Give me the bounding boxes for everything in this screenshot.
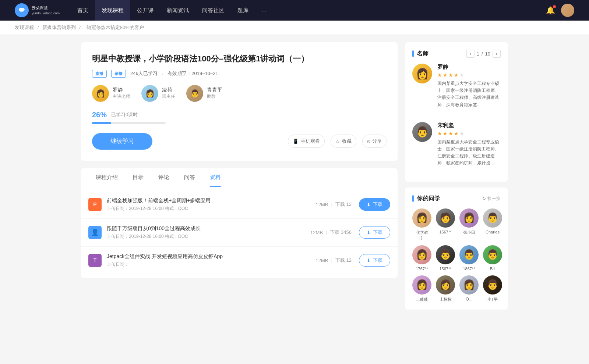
teacher-panel-2-name: 宋利坚 bbox=[437, 122, 501, 129]
classmate-12[interactable]: 👨 小T平 bbox=[483, 275, 502, 302]
share-icon: ⎋ bbox=[367, 139, 370, 144]
course-card: 明星中教授课，小学阶段语法100分–强化级第1讲动词（一） 直播 录播 246人… bbox=[81, 42, 398, 161]
phone-icon: 📱 bbox=[293, 139, 299, 144]
classmates-grid: 👩 化学教书... 🧑 1567** 👩 张小田 bbox=[412, 208, 501, 302]
download-btn-2[interactable]: ⬇ 下载 bbox=[359, 226, 390, 239]
collect-icon: ☆ bbox=[335, 139, 340, 144]
teacher-1-name: 罗静 bbox=[113, 87, 130, 93]
nav-news[interactable]: 新闻资讯 bbox=[160, 0, 195, 21]
classmate-6[interactable]: 👨 1567** bbox=[436, 245, 455, 271]
file-downloads-2: 下载 3456 bbox=[330, 229, 352, 236]
file-info-3: Jetpack全组件实战 开发短视频应用高仿皮皮虾App 上传日期： bbox=[107, 253, 316, 268]
download-btn-1[interactable]: ⬇ 下载 bbox=[359, 198, 390, 211]
teacher-2: 👩 凌荷 班主任 bbox=[141, 85, 175, 102]
classmate-9-name: 上能能 bbox=[416, 297, 428, 302]
classmate-3-avatar: 👩 bbox=[459, 208, 479, 228]
nav-quiz[interactable]: 题库 bbox=[231, 0, 255, 21]
teacher-1-avatar: 👩 bbox=[92, 85, 109, 102]
right-panel: 名师 ‹ 1 / 10 › 👩 罗静 ★ ★ bbox=[405, 42, 508, 315]
nav-open[interactable]: 公开课 bbox=[130, 0, 160, 21]
classmate-1-avatar: 👩 bbox=[412, 208, 431, 228]
classmate-11[interactable]: 👩 Q... bbox=[459, 275, 479, 302]
tab-catalog[interactable]: 目录 bbox=[125, 168, 151, 187]
teacher-panel-1-info: 罗静 ★ ★ ★ ★ ★ 国内某重点大学安全工程专业硕士，国家一级注册消防工程师… bbox=[437, 64, 501, 108]
classmate-2-avatar: 🧑 bbox=[436, 208, 455, 228]
course-meta: 直播 录播 246人已学习 · 有效期至：2019–10–21 bbox=[92, 70, 387, 78]
tabs-header: 课程介绍 目录 评论 问答 资料 bbox=[81, 168, 398, 187]
nav-qa[interactable]: 问答社区 bbox=[195, 0, 231, 21]
teacher-3: 👨 青青平 助教 bbox=[186, 85, 222, 102]
classmate-10-name: 上标标 bbox=[440, 297, 452, 302]
logo-icon bbox=[15, 3, 29, 17]
download-icon-1: ⬇ bbox=[367, 202, 371, 207]
classmate-8[interactable]: 👨 Bill bbox=[483, 245, 502, 271]
classmate-11-avatar: 👩 bbox=[459, 275, 479, 295]
next-page-btn[interactable]: › bbox=[493, 50, 501, 58]
nav-more[interactable]: ··· bbox=[255, 0, 273, 21]
bell-icon[interactable]: 🔔 bbox=[546, 6, 555, 15]
progress-text: 已学习0课时 bbox=[111, 111, 138, 118]
classmate-10-avatar: 👩 bbox=[436, 275, 455, 295]
download-btn-3[interactable]: ⬇ 下载 bbox=[359, 254, 390, 267]
classmate-3[interactable]: 👩 张小田 bbox=[459, 208, 479, 241]
refresh-classmates-btn[interactable]: ↻ 换一换 bbox=[482, 196, 501, 202]
nav-right: 🔔 bbox=[546, 4, 574, 17]
user-avatar-nav[interactable] bbox=[561, 4, 574, 17]
logo-text: 云朵课堂yundouketang.com bbox=[32, 5, 60, 16]
classmate-8-avatar: 👨 bbox=[483, 245, 502, 264]
classmate-6-avatar: 👨 bbox=[436, 245, 455, 264]
breadcrumb-sep-1: / bbox=[38, 25, 40, 30]
tab-intro[interactable]: 课程介绍 bbox=[88, 168, 125, 187]
teacher-2-avatar: 👩 bbox=[141, 85, 158, 102]
classmate-7[interactable]: 👨 1867** bbox=[459, 245, 479, 271]
teachers-section: 名师 ‹ 1 / 10 › 👩 罗静 ★ ★ bbox=[405, 42, 508, 182]
tab-materials[interactable]: 资料 bbox=[202, 168, 228, 187]
classmate-2[interactable]: 🧑 1567** bbox=[436, 208, 455, 241]
teacher-2-role: 班主任 bbox=[162, 93, 175, 100]
nav-items: 首页 发现课程 公开课 新闻资讯 问答社区 题库 ··· bbox=[71, 0, 546, 21]
file-icon-3: T bbox=[88, 254, 102, 267]
continue-button[interactable]: 继续学习 bbox=[92, 133, 152, 150]
nav-home[interactable]: 首页 bbox=[71, 0, 95, 21]
tab-qa[interactable]: 问答 bbox=[177, 168, 202, 187]
file-stats-1: 12MB | 下载 12 bbox=[316, 201, 352, 208]
breadcrumb-link-2[interactable]: 新媒体营销系列 bbox=[42, 25, 76, 30]
file-list: P 前端全栈加强版！前端全栈+全周期+多端应用 上传日期：2019-12-28 … bbox=[81, 187, 398, 278]
breadcrumb-current: 销冠修炼术搞定80%的客户 bbox=[87, 25, 144, 30]
progress-bar-bg bbox=[92, 122, 166, 124]
teacher-3-info: 青青平 助教 bbox=[207, 87, 222, 100]
file-size-1: 12MB bbox=[316, 202, 328, 207]
nav-discover[interactable]: 发现课程 bbox=[95, 0, 130, 21]
file-downloads-3: 下载 12 bbox=[335, 257, 352, 264]
teacher-panel-1-stars: ★ ★ ★ ★ ★ bbox=[437, 72, 501, 78]
badge-live: 直播 bbox=[92, 70, 107, 78]
teacher-panel-2-desc: 国内某重点大学安全工程专业硕士，国家一级注册消防工程师、注册安全工程师、级注册建… bbox=[437, 139, 501, 167]
classmate-10[interactable]: 👩 上标标 bbox=[436, 275, 455, 302]
teacher-panel-2-info: 宋利坚 ★ ★ ★ ★ ★ 国内某重点大学安全工程专业硕士，国家一级注册消防工程… bbox=[437, 122, 501, 167]
tab-review[interactable]: 评论 bbox=[151, 168, 177, 187]
course-title: 明星中教授课，小学阶段语法100分–强化级第1讲动词（一） bbox=[92, 53, 387, 65]
classmate-1[interactable]: 👩 化学教书... bbox=[412, 208, 431, 241]
file-size-3: 12MB bbox=[316, 258, 328, 263]
phone-watch-button[interactable]: 📱 手机观看 bbox=[288, 135, 325, 148]
action-row: 继续学习 📱 手机观看 ☆ 收藏 ⎋ 分享 bbox=[92, 133, 387, 150]
teacher-3-role: 助教 bbox=[207, 93, 222, 100]
teachers-pagination: ‹ 1 / 10 › bbox=[466, 50, 501, 58]
file-item-3: T Jetpack全组件实战 开发短视频应用高仿皮皮虾App 上传日期： 12M… bbox=[81, 247, 398, 274]
logo[interactable]: 云朵课堂yundouketang.com bbox=[15, 3, 60, 17]
classmate-4[interactable]: 👨 Charles bbox=[483, 208, 502, 241]
teacher-1: 👩 罗静 主讲老师 bbox=[92, 85, 130, 102]
breadcrumb-link-1[interactable]: 发现课程 bbox=[15, 25, 34, 30]
badge-record: 录播 bbox=[111, 70, 126, 78]
teacher-panel-1-avatar: 👩 bbox=[412, 64, 432, 83]
teacher-1-role: 主讲老师 bbox=[113, 93, 130, 100]
teacher-1-info: 罗静 主讲老师 bbox=[113, 87, 130, 100]
file-name-3: Jetpack全组件实战 开发短视频应用高仿皮皮虾App bbox=[107, 253, 316, 260]
collect-button[interactable]: ☆ 收藏 bbox=[331, 135, 356, 148]
classmate-11-name: Q... bbox=[466, 297, 472, 301]
classmate-5[interactable]: 👩 1767** bbox=[412, 245, 431, 271]
classmate-5-avatar: 👩 bbox=[412, 245, 431, 264]
share-button[interactable]: ⎋ 分享 bbox=[362, 135, 387, 148]
prev-page-btn[interactable]: ‹ bbox=[466, 50, 475, 58]
classmate-9[interactable]: 👩 上能能 bbox=[412, 275, 431, 302]
